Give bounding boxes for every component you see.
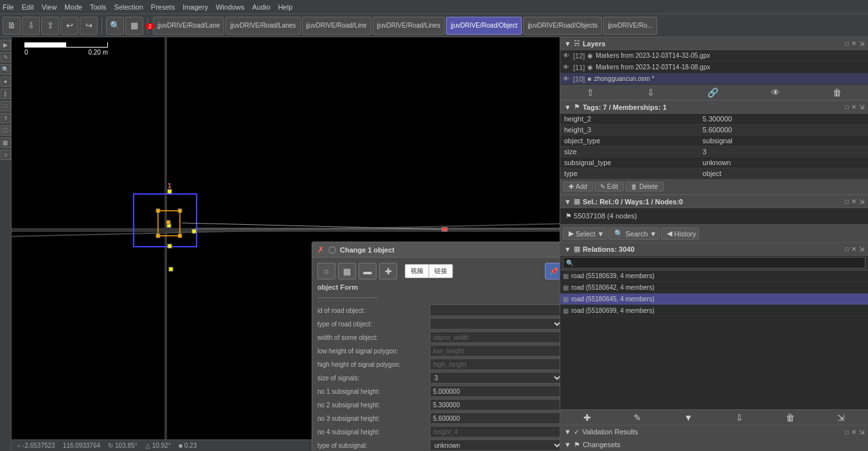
dialog-close-button[interactable]: ✗ [317,245,324,254]
menu-audio[interactable]: Audio [252,3,270,11]
menu-edit[interactable]: Edit [22,3,34,11]
layers-collapse-icon[interactable]: ▼ [564,40,571,48]
rel-expand-btn[interactable]: ⇲ [835,412,847,423]
menu-help[interactable]: Help [278,3,293,11]
tab-road-lines[interactable]: jjuvDRIVE/Road/Lines [373,17,445,35]
rel-add-btn[interactable]: ✚ [581,412,594,423]
field-h4-input[interactable] [430,426,560,438]
menu-selection[interactable]: Selection [114,3,143,11]
tags-table-row[interactable]: size3 [560,146,868,157]
field-h3-input[interactable] [430,412,560,424]
layers-close-icon[interactable]: ✕ [851,40,856,47]
tags-detach-icon[interactable]: ⇲ [859,103,864,111]
rel-edit-drop-btn[interactable]: ▼ [681,412,695,423]
open-button[interactable]: ⇩ [22,17,40,35]
menu-mode[interactable]: Mode [64,3,82,11]
tags-collapse-icon[interactable]: ▼ [564,103,571,111]
tab-road-lanes[interactable]: jjuvDRIVE/Road/Lanes [226,17,300,35]
tool-node[interactable]: ● [1,76,11,87]
validation-close-icon[interactable]: ✕ [851,429,856,436]
field-subsignal-type-select[interactable]: unknown [430,439,560,451]
relation-item-0[interactable]: ▦ road (55180639, 4 members) [560,270,868,282]
tags-table-row[interactable]: typeobject [560,168,868,179]
rel-dl-btn[interactable]: ⇩ [733,412,746,423]
tool-3d[interactable]: ▦ [1,137,11,148]
changesets-header[interactable]: ▼ ⚑ Changesets [560,438,868,451]
tool-draw[interactable]: ✎ [1,52,11,62]
dialog-minimize[interactable]: ◯ [328,245,336,254]
validation-header[interactable]: ▼ ✓ Validation Results □ ✕ ⇲ [560,425,868,438]
layer-eye-10[interactable]: 👁 [563,75,571,82]
relations-search-input[interactable] [563,257,865,269]
tab-road-line[interactable]: jjuvDRIVE/Road/Line [302,17,371,35]
layer-eye-11[interactable]: 👁 [563,64,571,71]
field-h2-input[interactable] [430,399,560,411]
tags-table-row[interactable]: object_typesubsignal [560,136,868,146]
new-button[interactable]: 🗎 [3,17,21,35]
layers-down-btn[interactable]: ⇩ [642,87,660,98]
sel-restore-icon[interactable]: □ [845,198,849,205]
rel-edit-btn[interactable]: ✎ [631,412,644,423]
tags-table-row[interactable]: subsignal_typeunknown [560,157,868,168]
dice2-btn[interactable]: ▬ [359,263,376,279]
relation-item-1[interactable]: ▦ road (55180642, 4 members) [560,282,868,294]
menu-file[interactable]: File [3,3,14,11]
layer-item-10[interactable]: 👁 [10] ■ zhongguancun.osm * [560,73,868,85]
field-lowheight-input[interactable] [430,345,560,357]
field-highheight-input[interactable] [430,358,560,370]
validation-restore-icon[interactable]: □ [845,429,849,436]
tool-audio[interactable]: ♬ [1,150,11,160]
tab-road-objects[interactable]: jjuvDRIVE/Road/Objects [523,17,602,35]
tab-video[interactable]: 视频 [405,265,429,278]
relations-close-icon[interactable]: ✕ [851,245,856,252]
relations-detach-icon[interactable]: ⇲ [859,245,864,252]
tags-delete-btn[interactable]: 🗑 Delete [625,182,664,191]
node-btn[interactable]: ✚ [379,263,397,279]
sel-close-icon[interactable]: ✕ [851,198,856,205]
tags-add-btn[interactable]: ✚ Add [563,182,593,191]
tool-zoom[interactable]: 🔍 [1,64,11,75]
layer-item-11[interactable]: 👁 [11] ◉ Markers from 2023-12-03T14-18-0… [560,62,868,73]
layers-eye-btn[interactable]: 👁 [766,87,785,98]
rel-delete-btn[interactable]: 🗑 [783,412,797,423]
layer-item-12[interactable]: 👁 [12] ◉ Markers from 2023-12-03T14-32-0… [560,50,868,62]
validation-detach-icon[interactable]: ⇲ [859,429,864,436]
history-btn[interactable]: ◀ History [661,227,699,240]
tab-road-object[interactable]: jjuvDRIVE/Road/Object [446,17,522,35]
zoom-button[interactable]: 🔍 [106,17,124,35]
select-button[interactable]: ▦ [125,17,143,35]
menu-windows[interactable]: Windows [216,3,245,11]
search-btn[interactable]: 🔍 Search ▼ [608,227,660,240]
undo-button[interactable]: ↩ [60,17,78,35]
layers-up-btn[interactable]: ⇧ [581,87,599,98]
layers-delete-btn[interactable]: 🗑 [828,87,847,98]
tool-select[interactable]: ▶ [1,40,11,50]
relations-restore-icon[interactable]: □ [845,245,849,252]
tab-road-other[interactable]: jjuvDRIVE/Ro... [603,17,657,35]
sel-item-0[interactable]: ⚑ 55037108 (4 nodes) [565,211,863,222]
relation-item-3[interactable]: ▦ road (55180699, 4 members) [560,305,868,317]
save-button[interactable]: ⇪ [41,17,59,35]
field-size-select[interactable]: 3 [430,372,560,384]
sel-collapse-icon[interactable]: ▼ [564,198,571,206]
tool-parallel[interactable]: ∥ [1,89,11,99]
tags-edit-btn[interactable]: ✎ Edit [594,182,624,191]
tool-info[interactable]: ⓘ [1,125,11,136]
relation-item-2[interactable]: ▦ road (55180645, 4 members) [560,294,868,305]
select-btn[interactable]: ▶ Select ▼ [563,227,607,240]
layers-link-btn[interactable]: 🔗 [702,87,723,98]
field-type-select[interactable] [430,318,560,330]
field-id-input[interactable] [430,305,560,316]
menu-tools[interactable]: Tools [90,3,107,11]
layer-eye-12[interactable]: 👁 [563,52,571,59]
tab-link[interactable]: 链接 [429,265,452,278]
tool-extrude[interactable]: □ [1,101,11,111]
menu-imagery[interactable]: Imagery [182,3,208,11]
circle-btn[interactable]: ○ [317,263,335,279]
sel-detach-icon[interactable]: ⇲ [859,198,864,205]
menu-presets[interactable]: Presets [151,3,175,11]
layers-restore-icon[interactable]: □ [845,40,849,47]
tags-restore-icon[interactable]: □ [845,103,849,111]
relations-collapse-icon[interactable]: ▼ [564,245,571,253]
tab-road-lane[interactable]: jjuvDRIVE/Road/Lane [153,17,224,35]
